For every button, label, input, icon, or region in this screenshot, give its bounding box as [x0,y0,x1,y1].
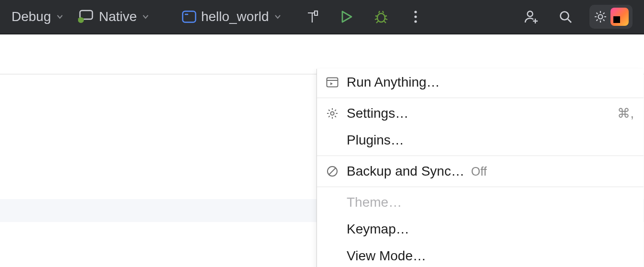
menu-label: Theme… [347,195,634,210]
gear-icon [326,107,339,120]
menu-separator [317,156,644,156]
svg-line-12 [375,19,377,20]
settings-popup: Run Anything… Settings… ⌘, Plugins… [316,69,644,267]
target-dropdown[interactable]: Native [77,9,149,24]
target-label: Native [99,9,137,24]
menu-view-mode[interactable]: View Mode… [317,243,644,267]
bug-icon [374,10,388,23]
menu-label: View Mode… [347,248,634,264]
menu-settings[interactable]: Settings… ⌘, [317,100,644,127]
svg-line-14 [376,21,378,23]
main-toolbar: Debug Native [0,0,644,34]
menu-run-anything[interactable]: Run Anything… [317,69,644,96]
menu-separator [317,98,644,98]
monitor-bug-icon [77,10,94,24]
add-user-icon [524,10,538,23]
gear-icon [593,10,608,24]
menu-label: Backup and Sync… Off [347,164,634,179]
more-vertical-icon [414,10,418,23]
menu-label: Run Anything… [347,75,634,90]
hammer-icon [305,10,319,24]
svg-point-27 [330,111,334,115]
menu-keymap[interactable]: Keymap… [317,216,644,243]
menu-label: Plugins… [347,133,634,148]
menu-separator [317,187,644,187]
build-button[interactable] [302,6,323,27]
svg-line-15 [384,21,386,23]
run-button[interactable] [336,6,357,27]
build-mode-dropdown[interactable]: Debug [11,9,64,24]
build-mode-label: Debug [11,9,51,24]
collaborate-button[interactable] [520,6,542,27]
debug-button[interactable] [371,6,392,27]
svg-point-9 [377,13,385,22]
chevron-down-icon [142,13,149,21]
run-anything-icon [326,77,339,88]
svg-rect-6 [182,11,195,22]
svg-point-17 [414,15,417,18]
menu-plugins[interactable]: Plugins… [317,127,644,154]
menu-backup-sync[interactable]: Backup and Sync… Off [317,158,644,185]
run-config-dropdown[interactable]: hello_world [182,9,282,24]
menu-label: Keymap… [347,222,634,237]
terminal-icon [182,11,196,23]
run-config-label: hello_world [201,9,269,24]
product-logo-icon [610,8,629,26]
svg-line-13 [385,19,387,20]
svg-point-24 [599,15,603,19]
svg-point-16 [414,11,417,13]
svg-rect-25 [327,78,338,87]
editor-area: Run Anything… Settings… ⌘, Plugins… [0,34,644,267]
chevron-down-icon [56,13,64,21]
play-icon [340,10,353,23]
svg-point-18 [414,20,417,22]
disabled-icon [326,166,339,177]
svg-line-11 [385,16,387,16]
svg-line-10 [375,16,377,16]
menu-label: Settings… [347,106,610,121]
svg-point-1 [78,17,84,23]
search-icon [559,10,572,23]
svg-line-29 [329,168,336,175]
svg-point-22 [561,12,569,20]
svg-line-23 [568,19,571,22]
svg-point-19 [528,11,533,17]
more-button[interactable] [405,6,426,27]
settings-button-active[interactable] [589,5,633,29]
menu-shortcut: ⌘, [617,106,634,121]
menu-theme[interactable]: Theme… [317,189,644,216]
search-button[interactable] [555,6,576,27]
chevron-down-icon [274,13,282,21]
